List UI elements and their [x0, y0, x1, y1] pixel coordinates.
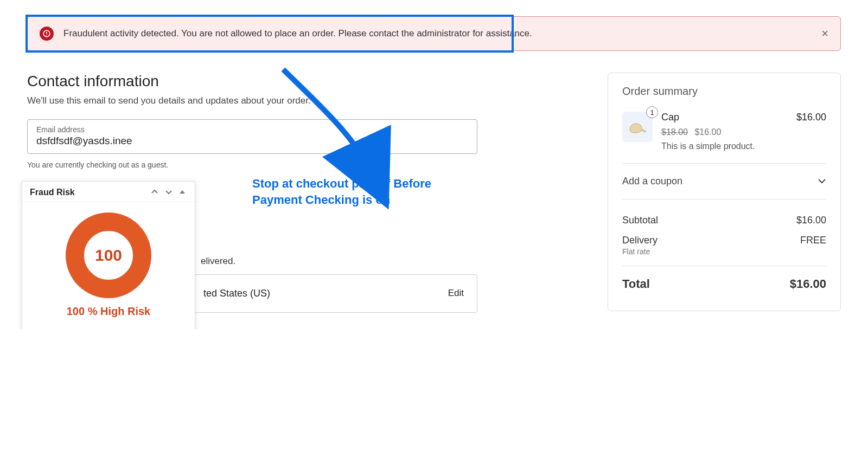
alert-message: Fraudulent activity detected. You are no… [63, 28, 532, 39]
order-summary-title: Order summary [622, 85, 826, 98]
total-label: Total [622, 277, 650, 291]
panel-collapse-button[interactable] [177, 187, 187, 197]
alert-error-icon [40, 27, 54, 41]
add-coupon-toggle[interactable]: Add a coupon [622, 163, 826, 199]
item-name: Cap [661, 112, 788, 123]
delivery-sublabel: Flat rate [622, 247, 658, 256]
item-line-total: $16.00 [796, 112, 826, 151]
item-original-price: $18.00 [661, 127, 688, 137]
delivery-value: FREE [800, 235, 826, 256]
shipping-edit-link[interactable]: Edit [448, 288, 464, 299]
total-value: $16.00 [790, 277, 826, 291]
item-description: This is a simple product. [661, 141, 788, 151]
subtotal-value: $16.00 [796, 215, 826, 226]
delivery-label: Delivery [622, 235, 658, 246]
fraud-alert-banner: Fraudulent activity detected. You are no… [27, 16, 841, 51]
item-qty-badge: 1 [646, 106, 658, 118]
panel-down-button[interactable] [163, 187, 174, 197]
fraud-risk-label: 100 % High Risk [30, 305, 187, 318]
cap-icon [628, 119, 647, 134]
order-summary-panel: Order summary 1 Cap $18.00 $16.00 This i… [608, 73, 841, 311]
panel-up-button[interactable] [149, 187, 160, 197]
fraud-score-value: 100 [65, 212, 152, 299]
subtotal-label: Subtotal [622, 215, 658, 226]
fraud-score-gauge: 100 [65, 212, 152, 299]
item-current-price: $16.00 [694, 127, 721, 137]
coupon-label: Add a coupon [622, 176, 682, 187]
order-item-row: 1 Cap $18.00 $16.00 This is a simple pro… [622, 112, 826, 151]
email-label: Email address [36, 125, 468, 134]
email-field-wrapper[interactable]: Email address [27, 119, 477, 154]
fraud-panel-title: Fraud Risk [30, 188, 146, 197]
fraud-risk-panel: Fraud Risk 100 100 % High Ri [22, 181, 195, 329]
email-input[interactable] [36, 135, 468, 147]
annotation-arrow-1 [278, 69, 386, 183]
svg-point-2 [46, 35, 47, 36]
chevron-down-icon [818, 176, 826, 187]
item-thumbnail: 1 [622, 112, 653, 142]
alert-close-button[interactable]: × [821, 28, 828, 40]
